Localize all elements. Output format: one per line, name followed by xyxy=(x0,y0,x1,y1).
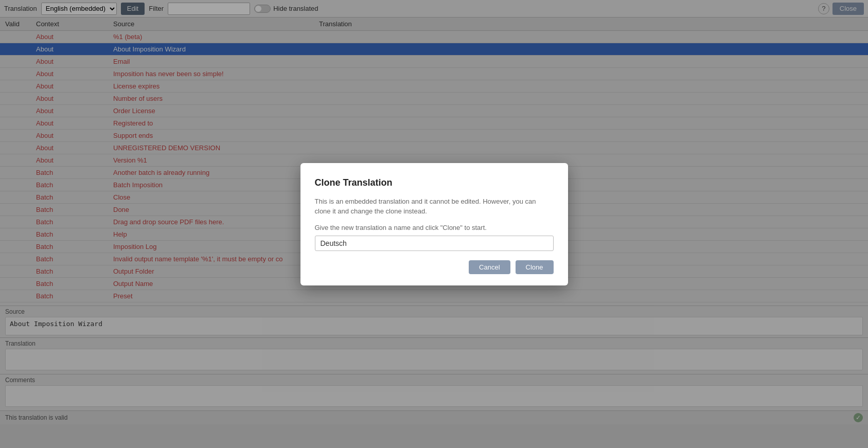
clone-translation-dialog: Clone Translation This is an embedded tr… xyxy=(300,163,568,285)
dialog-overlay: Clone Translation This is an embedded tr… xyxy=(0,0,868,424)
dialog-title: Clone Translation xyxy=(315,177,554,188)
dialog-buttons: Cancel Clone xyxy=(315,260,554,274)
clone-name-input[interactable] xyxy=(315,236,554,251)
dialog-description: This is an embedded translation and it c… xyxy=(315,196,554,217)
clone-button[interactable]: Clone xyxy=(516,260,554,274)
dialog-prompt: Give the new translation a name and clic… xyxy=(315,224,554,231)
cancel-button[interactable]: Cancel xyxy=(469,260,510,274)
